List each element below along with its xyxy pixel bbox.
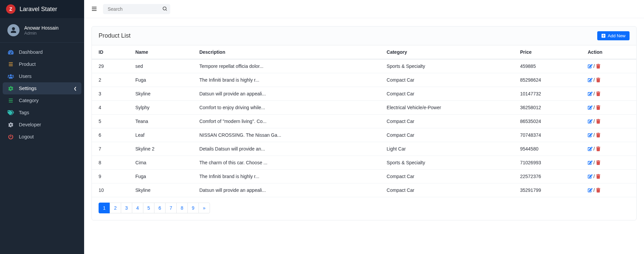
sidebar-item-label: Tags bbox=[19, 110, 29, 115]
cell-action: / bbox=[581, 156, 636, 170]
edit-button[interactable] bbox=[588, 174, 593, 179]
sidebar-link[interactable]: Logout bbox=[3, 131, 81, 143]
page-next[interactable]: » bbox=[199, 203, 210, 213]
delete-button[interactable] bbox=[596, 160, 601, 165]
edit-button[interactable] bbox=[588, 91, 593, 96]
card-header: Product List Add New bbox=[92, 27, 636, 45]
sidebar-item-label: Settings bbox=[19, 86, 36, 91]
cell-id: 8 bbox=[92, 156, 129, 170]
page-link[interactable]: 5 bbox=[143, 203, 154, 213]
sidebar-link[interactable]: Dashboard bbox=[3, 46, 81, 58]
edit-button[interactable] bbox=[588, 146, 593, 152]
action-separator: / bbox=[594, 105, 595, 110]
sidebar-item-category[interactable]: Category bbox=[3, 94, 81, 107]
page-next-link[interactable]: » bbox=[199, 203, 210, 213]
sidebar-item-logout[interactable]: Logout bbox=[3, 131, 81, 143]
add-new-button[interactable]: Add New bbox=[597, 31, 630, 40]
delete-button[interactable] bbox=[596, 91, 601, 96]
page-link[interactable]: 7 bbox=[165, 203, 177, 213]
delete-button[interactable] bbox=[596, 132, 601, 138]
brand[interactable]: Z Laravel Stater bbox=[0, 0, 84, 18]
page-link[interactable]: 2 bbox=[110, 203, 121, 213]
search-button[interactable] bbox=[161, 5, 168, 13]
sidebar-item-settings[interactable]: Settings❮ bbox=[3, 82, 81, 94]
page-item[interactable]: 4 bbox=[132, 203, 143, 213]
page-link[interactable]: 4 bbox=[132, 203, 143, 213]
cell-name: sed bbox=[129, 59, 192, 73]
page-link[interactable]: 1 bbox=[99, 203, 110, 213]
cell-id: 9 bbox=[92, 170, 129, 183]
action-separator: / bbox=[594, 77, 595, 83]
trash-icon bbox=[596, 64, 601, 69]
edit-icon bbox=[588, 119, 593, 124]
page-item[interactable]: 9 bbox=[188, 203, 199, 213]
cell-cat: Sports & Specialty bbox=[380, 156, 513, 170]
page-link[interactable]: 9 bbox=[187, 203, 199, 213]
delete-button[interactable] bbox=[596, 146, 601, 152]
trash-icon bbox=[596, 133, 601, 137]
page-item[interactable]: 3 bbox=[121, 203, 132, 213]
sidebar-link[interactable]: Settings❮ bbox=[3, 82, 81, 94]
page-link[interactable]: 6 bbox=[154, 203, 166, 213]
edit-icon bbox=[588, 188, 593, 193]
col-category: Category bbox=[380, 45, 513, 59]
page-item[interactable]: 2 bbox=[110, 203, 121, 213]
sidebar-item-users[interactable]: Users bbox=[3, 70, 81, 82]
cell-price: 36258012 bbox=[513, 101, 581, 115]
avatar bbox=[7, 24, 20, 36]
page-item[interactable]: 8 bbox=[177, 203, 188, 213]
sidebar-item-developer[interactable]: Developer bbox=[3, 119, 81, 131]
delete-button[interactable] bbox=[596, 119, 601, 124]
col-id: ID bbox=[92, 45, 129, 59]
edit-button[interactable] bbox=[588, 187, 593, 193]
edit-button[interactable] bbox=[588, 77, 593, 83]
edit-button[interactable] bbox=[588, 119, 593, 124]
edit-icon bbox=[588, 174, 593, 179]
sidebar-item-dashboard[interactable]: Dashboard bbox=[3, 46, 81, 58]
sidebar-item-tags[interactable]: Tags bbox=[3, 107, 81, 119]
sidebar-item-label: Category bbox=[19, 98, 39, 103]
page-link[interactable]: 3 bbox=[121, 203, 132, 213]
edit-button[interactable] bbox=[588, 160, 593, 165]
sidebar-link[interactable]: Category bbox=[3, 94, 81, 107]
trash-icon bbox=[596, 174, 601, 179]
search-input[interactable] bbox=[103, 4, 170, 14]
delete-button[interactable] bbox=[596, 77, 601, 83]
cell-desc: Comfort of "modern living". Co... bbox=[192, 115, 380, 128]
cell-cat: Compact Car bbox=[380, 170, 513, 183]
sidebar-link[interactable]: Developer bbox=[3, 119, 81, 131]
cell-id: 4 bbox=[92, 101, 129, 115]
cell-price: 70748374 bbox=[513, 128, 581, 142]
users-icon bbox=[7, 74, 14, 79]
cell-name: Fuga bbox=[129, 170, 192, 183]
page-link[interactable]: 8 bbox=[176, 203, 188, 213]
user-block[interactable]: Anowar Hossain Admin bbox=[0, 18, 84, 42]
page-item[interactable]: 5 bbox=[143, 203, 154, 213]
cell-price: 35291799 bbox=[513, 183, 581, 197]
delete-button[interactable] bbox=[596, 187, 601, 193]
page-item[interactable]: 7 bbox=[166, 203, 177, 213]
col-name: Name bbox=[129, 45, 192, 59]
sidebar-link[interactable]: Product bbox=[3, 58, 81, 70]
cell-cat: Sports & Specialty bbox=[380, 59, 513, 73]
page-item[interactable]: 6 bbox=[154, 203, 166, 213]
sidebar-link[interactable]: Users bbox=[3, 70, 81, 82]
table-row: 9FugaThe Infiniti brand is highly r...Co… bbox=[92, 170, 636, 183]
delete-button[interactable] bbox=[596, 174, 601, 179]
hamburger-icon[interactable] bbox=[92, 6, 97, 12]
edit-button[interactable] bbox=[588, 105, 593, 110]
page-item[interactable]: 1 bbox=[99, 203, 110, 213]
delete-button[interactable] bbox=[596, 64, 601, 69]
list-icon bbox=[7, 62, 14, 67]
trash-icon bbox=[596, 160, 601, 165]
cell-name: Fuga bbox=[129, 73, 192, 87]
cell-price: 86535024 bbox=[513, 115, 581, 128]
edit-button[interactable] bbox=[588, 132, 593, 138]
cell-desc: The charm of this car. Choose ... bbox=[192, 156, 380, 170]
delete-button[interactable] bbox=[596, 105, 601, 110]
edit-button[interactable] bbox=[588, 64, 593, 69]
table-row: 4SylphyComfort to enjoy driving while...… bbox=[92, 101, 636, 115]
sidebar-item-product[interactable]: Product bbox=[3, 58, 81, 70]
cell-name: Skyline 2 bbox=[129, 142, 192, 156]
sidebar-link[interactable]: Tags bbox=[3, 107, 81, 119]
